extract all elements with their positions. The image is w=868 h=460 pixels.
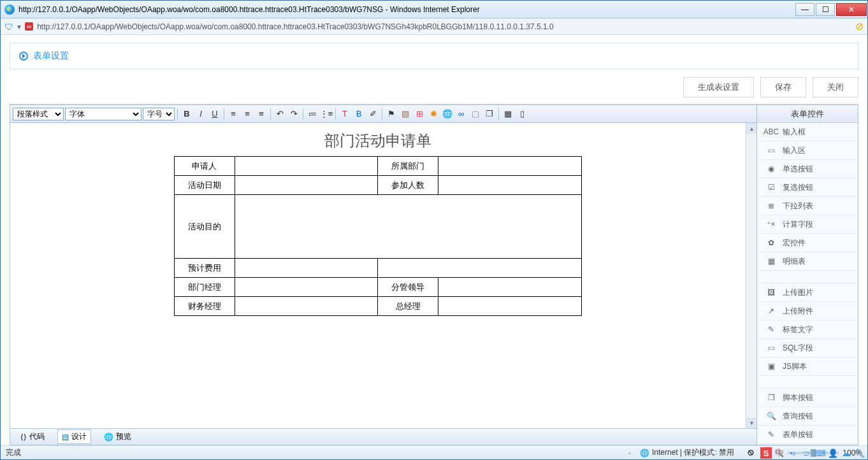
input-gm[interactable]: [438, 297, 582, 316]
tab-code[interactable]: ⟨⟩代码: [17, 430, 48, 443]
control-item-1[interactable]: ▭输入区: [757, 141, 858, 160]
input-budget[interactable]: [235, 259, 378, 278]
label-fin-mgr: 财务经理: [175, 297, 235, 316]
control-item-0[interactable]: ABC输入框: [757, 123, 858, 141]
control-item-icon-6: ✿: [766, 238, 776, 248]
window-maximize-button[interactable]: [816, 3, 835, 16]
control-item2-1[interactable]: ↗上传附件: [757, 302, 858, 320]
globe-icon: 🌐: [640, 449, 649, 457]
image-icon[interactable]: ▧: [399, 108, 412, 120]
control-item2-icon-1: ↗: [766, 306, 776, 316]
flag-icon[interactable]: ⚑: [385, 108, 398, 120]
burst-icon[interactable]: ✺: [427, 108, 440, 120]
ordered-list-icon[interactable]: ≔: [306, 108, 319, 120]
font-select[interactable]: 字体: [65, 108, 141, 120]
control-item2-label-3: SQL字段: [783, 343, 813, 354]
control-item-7[interactable]: ▦明细表: [757, 252, 858, 271]
control-item-icon-1: ▭: [766, 145, 776, 155]
input-budget-ext[interactable]: [378, 259, 582, 278]
status-done: 完成: [6, 447, 628, 458]
protected-mode-icon[interactable]: 🛇: [747, 449, 755, 457]
control-item2-icon-3: ▭: [766, 343, 776, 353]
editor-canvas[interactable]: 部门活动申请单 申请人 所属部门 活动日期 参加人数: [10, 123, 746, 428]
control-item3-0[interactable]: ❐脚本按钮: [757, 389, 858, 407]
input-leader[interactable]: [438, 278, 582, 297]
popup-icon[interactable]: ▫: [628, 449, 631, 457]
tray-full-icon[interactable]: ⊃: [800, 447, 812, 459]
align-left-icon[interactable]: ≡: [227, 108, 240, 120]
status-zone: Internet | 保护模式: 禁用: [652, 447, 734, 458]
tray-tool-icon[interactable]: 🔧: [854, 447, 865, 459]
input-applicant[interactable]: [235, 157, 378, 176]
para-style-select[interactable]: 段落样式: [13, 108, 64, 120]
design-tab-icon: ▤: [62, 433, 69, 442]
input-purpose[interactable]: [235, 195, 581, 259]
control-item3-2[interactable]: ✎表单按钮: [757, 426, 858, 444]
controls-panel: 表单控件 ABC输入框▭输入区◉单选按钮☑复选按钮≣下拉列表⁺×计算字段✿宏控件…: [756, 104, 858, 445]
undo-icon[interactable]: ↶: [273, 108, 286, 120]
align-right-icon[interactable]: ≡: [255, 108, 268, 120]
shield-icon[interactable]: 🛡: [4, 22, 13, 32]
redo-icon[interactable]: ↷: [287, 108, 300, 120]
control-item-icon-7: ▦: [766, 256, 776, 266]
align-center-icon[interactable]: ≡: [241, 108, 254, 120]
tray-user-icon[interactable]: 👤: [827, 447, 839, 459]
control-item-label-7: 明细表: [783, 256, 806, 267]
control-item2-4[interactable]: ▣JS脚本: [757, 357, 858, 376]
underline-icon[interactable]: U: [208, 108, 221, 120]
code-icon[interactable]: ▢: [469, 108, 482, 120]
bold-icon[interactable]: B: [180, 108, 193, 120]
generate-button[interactable]: 生成表设置: [683, 77, 754, 97]
tray-ime-icon[interactable]: 中: [774, 447, 785, 459]
control-item-5[interactable]: ⁺×计算字段: [757, 215, 858, 234]
size-select[interactable]: 字号: [143, 108, 175, 120]
tray-keyboard-icon[interactable]: ⌨: [814, 447, 825, 459]
input-people[interactable]: [438, 176, 582, 195]
copy-icon[interactable]: ❐: [483, 108, 496, 120]
control-item-4[interactable]: ≣下拉列表: [757, 197, 858, 215]
tray-cloud-icon[interactable]: ☁: [841, 447, 852, 459]
input-date[interactable]: [235, 176, 378, 195]
italic-icon[interactable]: I: [194, 108, 207, 120]
control-item2-2[interactable]: ✎标签文字: [757, 320, 858, 339]
tray-sogou-icon[interactable]: S: [760, 447, 772, 459]
clear-format-icon[interactable]: ✐: [366, 108, 379, 120]
control-item2-0[interactable]: 🖼上传图片: [757, 284, 858, 302]
scroll-down-icon[interactable]: ▾: [746, 417, 756, 428]
control-item-3[interactable]: ☑复选按钮: [757, 178, 858, 197]
control-item2-3[interactable]: ▭SQL字段: [757, 339, 858, 357]
control-item-icon-4: ≣: [766, 201, 776, 211]
input-dept-mgr[interactable]: [235, 278, 378, 297]
tab-preview[interactable]: 🌐预览: [100, 430, 135, 443]
font-color-icon[interactable]: T: [338, 108, 351, 120]
windows-icon[interactable]: ⊞: [413, 108, 426, 120]
control-item-2[interactable]: ◉单选按钮: [757, 160, 858, 178]
page-icon[interactable]: ▯: [516, 108, 528, 120]
table-icon[interactable]: ▦: [502, 108, 514, 120]
unordered-list-icon[interactable]: ⋮≡: [320, 108, 333, 120]
window-close-button[interactable]: [836, 3, 867, 16]
input-fin-mgr[interactable]: [235, 297, 378, 316]
vertical-scrollbar[interactable]: ▴ ▾: [746, 123, 756, 428]
dropdown-icon[interactable]: ▾: [17, 22, 21, 31]
page-header: 表单设置: [10, 43, 858, 69]
url-text[interactable]: http://127.0.0.1/OAapp/WebObjects/OAapp.…: [37, 22, 851, 31]
tab-design[interactable]: ▤设计: [57, 429, 91, 444]
control-item3-1[interactable]: 🔍查询按钮: [757, 407, 858, 426]
compat-icon[interactable]: ⊘: [855, 20, 864, 32]
control-item-6[interactable]: ✿宏控件: [757, 234, 858, 252]
scroll-up-icon[interactable]: ▴: [746, 123, 756, 134]
web-icon[interactable]: 🌐: [441, 108, 454, 120]
window-minimize-button[interactable]: [795, 3, 814, 16]
tray-punct-icon[interactable]: •›: [787, 447, 799, 459]
label-department: 所属部门: [378, 157, 438, 176]
broken-link-icon: ∞: [25, 22, 33, 31]
control-item3-icon-1: 🔍: [766, 411, 776, 421]
save-button[interactable]: 保存: [760, 77, 806, 97]
ie-icon: [4, 4, 15, 15]
label-budget: 预计费用: [175, 259, 235, 278]
input-department[interactable]: [438, 157, 582, 176]
link-icon[interactable]: ∞: [455, 108, 468, 120]
close-button[interactable]: 关闭: [813, 77, 858, 97]
bg-color-icon[interactable]: B: [352, 108, 365, 120]
